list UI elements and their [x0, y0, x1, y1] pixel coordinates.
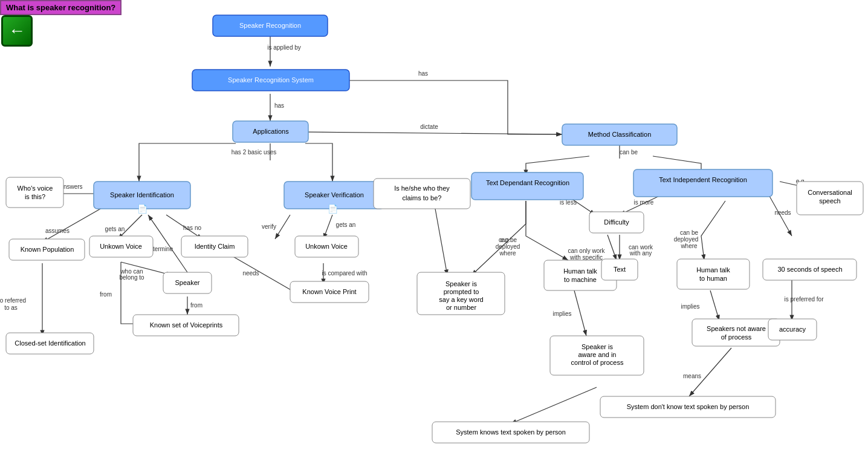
node-known-voice-print: Known Voice Print — [302, 288, 356, 295]
node-text: Text — [614, 266, 626, 273]
svg-text:can only work: can only work — [568, 247, 605, 254]
svg-text:assumes: assumes — [45, 228, 70, 234]
svg-text:from: from — [190, 302, 202, 309]
title-bar: What is speaker recognition? — [0, 0, 121, 15]
node-system-dont-know: System don't know text spoken by person — [627, 403, 750, 410]
node-closed-set: Closed-set Identification — [15, 339, 85, 347]
node-difficulty: Difficulty — [604, 218, 629, 226]
node-system-knows-text: System knows text spoken by person — [456, 428, 566, 436]
svg-text:deployed: deployed — [674, 236, 699, 243]
svg-text:needs: needs — [774, 209, 791, 216]
svg-text:is preferred for: is preferred for — [784, 296, 824, 303]
node-known-population: Known Population — [21, 246, 74, 253]
mind-map: is applied by has has dictate has 2 basi… — [0, 0, 868, 449]
svg-text:deployed: deployed — [496, 243, 520, 250]
svg-line-27 — [323, 215, 332, 239]
node-whos-voice-2: is this? — [25, 193, 45, 200]
node-speaker-prompted-2: prompted to — [444, 288, 479, 295]
svg-line-59 — [689, 348, 731, 396]
node-speaker-aware-3: control of process — [571, 359, 624, 366]
node-speakers-not-aware-2: of process — [721, 333, 752, 341]
svg-text:where: where — [499, 250, 516, 257]
svg-text:has 2 basic uses: has 2 basic uses — [232, 149, 277, 156]
svg-text:to as: to as — [4, 304, 18, 311]
svg-text:can be: can be — [680, 229, 698, 236]
svg-text:also referred: also referred — [0, 297, 26, 304]
svg-text:from: from — [100, 291, 112, 298]
node-speaker-recognition-system: Speaker Recognition System — [228, 76, 314, 84]
svg-text:has: has — [418, 70, 428, 77]
svg-text:is more: is more — [634, 199, 654, 206]
svg-text:is applied by: is applied by — [267, 44, 301, 51]
node-speaker-aware: Speaker is — [581, 343, 613, 350]
node-is-heshe: Is he/she who they — [394, 185, 450, 192]
node-conversational-speech-2: speech — [819, 197, 840, 205]
svg-text:needs: needs — [242, 270, 259, 277]
node-applications: Applications — [253, 128, 289, 135]
node-speaker-prompted-4: or number — [446, 304, 476, 311]
node-method-classification: Method Classification — [588, 131, 652, 138]
svg-line-25 — [275, 215, 290, 239]
node-human-talk-human: Human talk — [696, 266, 730, 274]
svg-line-57 — [710, 290, 719, 321]
node-identity-claim: Identity Claim — [195, 243, 235, 250]
node-unknown-voice-2: Unkown Voice — [305, 243, 348, 250]
node-speaker-prompted-3: say a key word — [439, 296, 483, 303]
svg-text:gets an: gets an — [105, 226, 125, 232]
node-speaker-prompted: Speaker is — [445, 280, 477, 287]
svg-rect-90 — [692, 319, 780, 346]
node-unknown-voice-1: Unkown Voice — [100, 243, 142, 250]
node-human-talk-machine-2: to machine — [564, 276, 597, 283]
back-button[interactable]: ← — [1, 15, 33, 47]
node-conversational-speech: Conversational — [808, 189, 852, 196]
node-thirty-seconds: 30 seconds of speech — [777, 266, 842, 273]
svg-text:can be: can be — [499, 237, 517, 243]
svg-text:has no: has no — [183, 224, 201, 231]
node-is-heshe-2: claims to be? — [403, 194, 442, 202]
svg-text:has: has — [274, 102, 284, 109]
svg-text:verify: verify — [262, 223, 276, 230]
svg-text:with specific: with specific — [569, 254, 603, 261]
page-title: What is speaker recognition? — [6, 3, 115, 12]
node-human-talk-human-2: to human — [699, 275, 727, 282]
svg-text:implies: implies — [552, 310, 571, 317]
back-arrow-icon: ← — [8, 21, 25, 41]
node-speaker-recognition: Speaker Recognition — [239, 22, 301, 29]
node-speaker-verification: Speaker Verification — [305, 191, 364, 198]
svg-text:where: where — [680, 243, 698, 249]
svg-text:implies: implies — [681, 303, 699, 310]
svg-text:is compared with: is compared with — [322, 270, 367, 277]
svg-text:📄: 📄 — [328, 204, 338, 214]
svg-line-43 — [574, 290, 586, 336]
svg-text:📄: 📄 — [137, 204, 148, 214]
svg-text:means: means — [683, 373, 701, 379]
svg-text:dictate: dictate — [420, 123, 438, 130]
node-speaker-identification: Speaker Identification — [110, 191, 174, 198]
node-accuracy: accuracy — [779, 326, 806, 333]
node-text-independent: Text Independent Recognition — [659, 176, 747, 183]
node-speaker-aware-2: aware and in — [578, 351, 617, 358]
svg-line-45 — [511, 387, 597, 424]
node-whos-voice: Who's voice — [18, 185, 53, 192]
svg-line-34 — [435, 209, 447, 275]
node-text-dependant: Text Dependant Recognition — [486, 179, 569, 186]
svg-text:belong to: belong to — [119, 274, 144, 281]
svg-text:can be: can be — [620, 149, 638, 156]
node-speaker: Speaker — [175, 279, 200, 286]
svg-line-48 — [607, 235, 617, 260]
node-known-set-voiceprints: Known set of Voiceprints — [150, 321, 223, 329]
svg-text:gets an: gets an — [336, 221, 356, 228]
node-speakers-not-aware: Speakers not aware — [707, 325, 766, 332]
svg-text:with any: with any — [629, 250, 652, 257]
node-human-talk-machine: Human talk — [563, 267, 597, 275]
